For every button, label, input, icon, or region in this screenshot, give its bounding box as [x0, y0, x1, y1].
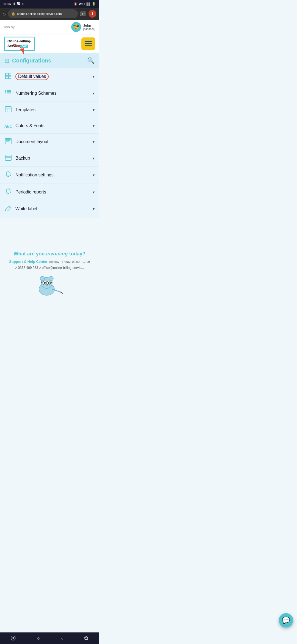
- footer-support: Support & Help Center Monday - Friday: 0…: [6, 260, 94, 264]
- menu-item-backup[interactable]: Backup ▾: [0, 150, 99, 167]
- browser-url: andbox.online-billing-service.com: [17, 12, 62, 15]
- colors-fonts-icon: AbC: [4, 123, 12, 129]
- menu-item-numbering-schemes[interactable]: Numbering Schemes ▾: [0, 85, 99, 102]
- mute-icon: 🔇: [74, 2, 78, 6]
- status-time: 11:55: [3, 2, 11, 6]
- avatar: 🤓: [71, 22, 81, 32]
- app-by-label: app by: [4, 24, 15, 29]
- browser-upload-button[interactable]: ⬆: [89, 10, 96, 18]
- user-info[interactable]: 🤓 John [sandbox]: [71, 22, 95, 32]
- logo-menu-row: Online-billing- Service.com: [0, 34, 99, 53]
- svg-point-38: [44, 282, 46, 284]
- tab-count[interactable]: 77: [80, 12, 86, 16]
- numbering-schemes-chevron: ▾: [93, 91, 95, 95]
- footer-contact: > 0368 409 233 > office@online-billing-s…: [6, 266, 94, 270]
- menu-item-document-layout[interactable]: Document layout ▾: [0, 134, 99, 150]
- templates-icon: [4, 106, 12, 114]
- footer-mascot: [6, 274, 94, 296]
- templates-chevron: ▾: [93, 108, 95, 112]
- footer-support-label: Support & Help Center: [9, 260, 47, 264]
- upload-icon: ⬆: [13, 2, 15, 6]
- footer-phone: > 0368 409 233: [15, 266, 38, 270]
- hamburger-line-3: [85, 45, 92, 46]
- default-values-chevron: ▾: [93, 74, 95, 79]
- app-by-text: app by: [4, 25, 15, 29]
- footer-heading-text2: today?: [69, 251, 86, 256]
- periodic-reports-icon: [4, 188, 12, 196]
- menu-item-periodic-reports[interactable]: Periodic reports ▾: [0, 184, 99, 201]
- svg-rect-13: [5, 107, 11, 112]
- svg-rect-1: [6, 73, 8, 76]
- footer-heading-invoicing: invoicing: [46, 251, 68, 256]
- status-bar: 11:55 ⬆ 🖼 ♦ 🔇 WiFi ▌▌ 🔋: [0, 0, 99, 8]
- user-name: John: [83, 24, 95, 28]
- menu-list: Default values ▾ Numbering Schemes ▾: [0, 68, 99, 217]
- periodic-reports-label: Periodic reports: [15, 190, 46, 195]
- menu-item-notification-settings[interactable]: Notification settings ▾: [0, 167, 99, 184]
- configurations-icon: ⊞: [4, 57, 9, 64]
- logo-line1: Online-billing-: [7, 39, 31, 43]
- wifi-icon: WiFi: [79, 2, 85, 6]
- svg-point-39: [48, 282, 50, 284]
- image-icon: 🖼: [17, 2, 20, 6]
- footer-support-hours: Monday - Friday: 09:00 - 17:00: [48, 260, 90, 263]
- white-label-icon: [4, 205, 12, 213]
- footer-area: What are you invoicing today? Support & …: [0, 217, 99, 302]
- menu-item-templates[interactable]: Templates ▾: [0, 102, 99, 118]
- default-values-icon: [4, 73, 12, 81]
- menu-button[interactable]: [81, 37, 95, 50]
- footer-email: > office@online-billing-servic...: [39, 266, 84, 270]
- white-label-chevron: ▾: [93, 207, 95, 211]
- logo-com: .com: [20, 45, 28, 48]
- search-icon[interactable]: 🔍: [87, 57, 95, 64]
- svg-rect-2: [9, 73, 11, 76]
- document-layout-icon: [4, 138, 12, 146]
- svg-rect-3: [6, 76, 8, 79]
- default-values-label: Default values: [15, 73, 49, 80]
- backup-label: Backup: [15, 156, 30, 161]
- notification-settings-chevron: ▾: [93, 173, 95, 177]
- document-layout-chevron: ▾: [93, 140, 95, 144]
- hamburger-line-1: [85, 41, 92, 42]
- signal-icon: ▌▌: [87, 2, 90, 6]
- lock-icon: 🔒: [11, 12, 15, 16]
- svg-rect-16: [5, 138, 11, 144]
- battery-icon: 🔋: [92, 2, 96, 6]
- white-label-label: White label: [15, 206, 37, 211]
- svg-line-28: [9, 207, 10, 208]
- hamburger-line-2: [85, 43, 92, 44]
- menu-item-colors-fonts[interactable]: AbC Colors & Fonts ▾: [0, 118, 99, 134]
- browser-bar: ⌂ 🔒 andbox.online-billing-service.com 77…: [0, 8, 99, 20]
- menu-item-default-values[interactable]: Default values ▾: [0, 68, 99, 85]
- menu-item-white-label[interactable]: White label ▾: [0, 201, 99, 217]
- svg-point-40: [46, 284, 48, 286]
- colors-fonts-label: Colors & Fonts: [15, 123, 45, 128]
- svg-line-42: [61, 292, 63, 293]
- templates-label: Templates: [15, 107, 35, 112]
- svg-point-31: [40, 276, 45, 281]
- svg-point-32: [49, 276, 53, 281]
- notification-settings-icon: [4, 171, 12, 179]
- user-sandbox: [sandbox]: [83, 28, 95, 31]
- configurations-title: Configurations: [12, 58, 51, 64]
- configurations-header: ⊞ Configurations 🔍: [0, 53, 99, 68]
- svg-rect-4: [9, 76, 11, 79]
- address-bar[interactable]: 🔒 andbox.online-billing-service.com: [8, 9, 78, 18]
- numbering-schemes-label: Numbering Schemes: [15, 91, 56, 96]
- notification-settings-label: Notification settings: [15, 173, 54, 178]
- footer-heading: What are you invoicing today?: [6, 250, 94, 257]
- document-layout-label: Document layout: [15, 139, 48, 144]
- backup-icon: [4, 155, 12, 162]
- bluetooth-icon: ♦: [22, 2, 24, 6]
- logo-line2: Service: [7, 44, 20, 48]
- backup-chevron: ▾: [93, 156, 95, 160]
- footer-heading-text1: What are you: [13, 251, 45, 256]
- colors-fonts-chevron: ▾: [93, 124, 95, 128]
- mascot-illustration: [33, 274, 66, 296]
- numbering-schemes-icon: [4, 90, 12, 97]
- site-logo[interactable]: Online-billing- Service.com: [4, 37, 35, 51]
- app-header: app by 🤓 John [sandbox]: [0, 20, 99, 34]
- home-icon[interactable]: ⌂: [3, 11, 6, 17]
- periodic-reports-chevron: ▾: [93, 190, 95, 194]
